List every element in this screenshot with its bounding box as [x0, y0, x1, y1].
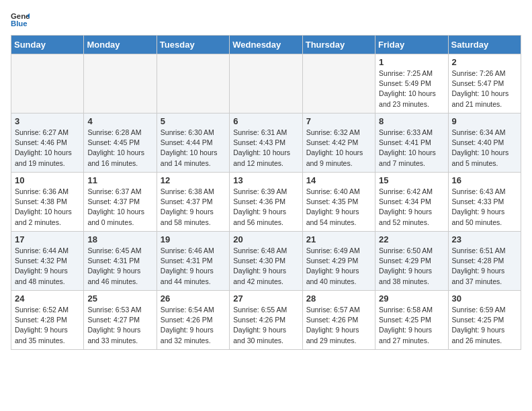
day-number: 22: [379, 234, 444, 244]
day-header-thursday: Thursday: [302, 36, 375, 54]
calendar-cell: 18Sunrise: 6:45 AM Sunset: 4:31 PM Dayli…: [84, 232, 157, 291]
calendar-cell: 1Sunrise: 7:25 AM Sunset: 5:49 PM Daylig…: [375, 54, 448, 113]
day-header-wednesday: Wednesday: [230, 36, 302, 54]
calendar-header-row: SundayMondayTuesdayWednesdayThursdayFrid…: [11, 36, 521, 54]
day-info: Sunrise: 6:55 AM Sunset: 4:26 PM Dayligh…: [233, 305, 298, 346]
day-number: 18: [87, 234, 152, 244]
calendar-cell: 20Sunrise: 6:48 AM Sunset: 4:30 PM Dayli…: [230, 232, 302, 291]
day-info: Sunrise: 6:36 AM Sunset: 4:38 PM Dayligh…: [15, 187, 80, 228]
day-info: Sunrise: 6:44 AM Sunset: 4:32 PM Dayligh…: [15, 246, 80, 287]
logo: General Blue: [11, 11, 30, 30]
calendar-cell: [157, 54, 229, 113]
calendar-cell: 4Sunrise: 6:28 AM Sunset: 4:45 PM Daylig…: [84, 113, 157, 173]
calendar-cell: 7Sunrise: 6:32 AM Sunset: 4:42 PM Daylig…: [302, 113, 375, 173]
day-header-friday: Friday: [375, 36, 448, 54]
calendar-cell: 9Sunrise: 6:34 AM Sunset: 4:40 PM Daylig…: [448, 113, 521, 173]
day-info: Sunrise: 6:58 AM Sunset: 4:25 PM Dayligh…: [379, 305, 444, 346]
day-info: Sunrise: 6:39 AM Sunset: 4:36 PM Dayligh…: [233, 187, 298, 228]
calendar-cell: 16Sunrise: 6:43 AM Sunset: 4:33 PM Dayli…: [448, 173, 521, 232]
calendar-cell: 5Sunrise: 6:30 AM Sunset: 4:44 PM Daylig…: [157, 113, 229, 173]
day-number: 29: [379, 293, 444, 304]
day-info: Sunrise: 6:50 AM Sunset: 4:29 PM Dayligh…: [379, 246, 444, 287]
day-info: Sunrise: 6:32 AM Sunset: 4:42 PM Dayligh…: [306, 128, 371, 169]
day-info: Sunrise: 6:40 AM Sunset: 4:35 PM Dayligh…: [306, 187, 371, 228]
day-number: 24: [15, 293, 80, 304]
day-number: 12: [161, 175, 226, 185]
day-number: 8: [379, 116, 444, 126]
calendar-cell: 21Sunrise: 6:49 AM Sunset: 4:29 PM Dayli…: [302, 232, 375, 291]
day-info: Sunrise: 6:38 AM Sunset: 4:37 PM Dayligh…: [161, 187, 226, 228]
day-number: 3: [15, 116, 80, 126]
calendar-cell: 10Sunrise: 6:36 AM Sunset: 4:38 PM Dayli…: [11, 173, 84, 232]
day-info: Sunrise: 7:25 AM Sunset: 5:49 PM Dayligh…: [379, 68, 444, 109]
calendar-cell: 29Sunrise: 6:58 AM Sunset: 4:25 PM Dayli…: [375, 291, 448, 350]
calendar-week-4: 17Sunrise: 6:44 AM Sunset: 4:32 PM Dayli…: [11, 232, 521, 291]
day-number: 11: [87, 175, 152, 185]
calendar-cell: 15Sunrise: 6:42 AM Sunset: 4:34 PM Dayli…: [375, 173, 448, 232]
day-number: 9: [452, 116, 517, 126]
calendar-cell: 3Sunrise: 6:27 AM Sunset: 4:46 PM Daylig…: [11, 113, 84, 173]
day-info: Sunrise: 7:26 AM Sunset: 5:47 PM Dayligh…: [452, 68, 517, 109]
calendar-cell: [230, 54, 302, 113]
day-number: 13: [233, 175, 298, 185]
day-number: 19: [161, 234, 226, 244]
calendar-cell: 26Sunrise: 6:54 AM Sunset: 4:26 PM Dayli…: [157, 291, 229, 350]
day-info: Sunrise: 6:49 AM Sunset: 4:29 PM Dayligh…: [306, 246, 371, 287]
day-number: 7: [306, 116, 371, 126]
calendar-cell: 23Sunrise: 6:51 AM Sunset: 4:28 PM Dayli…: [448, 232, 521, 291]
calendar-cell: 19Sunrise: 6:46 AM Sunset: 4:31 PM Dayli…: [157, 232, 229, 291]
calendar-week-5: 24Sunrise: 6:52 AM Sunset: 4:28 PM Dayli…: [11, 291, 521, 350]
calendar-week-3: 10Sunrise: 6:36 AM Sunset: 4:38 PM Dayli…: [11, 173, 521, 232]
day-number: 21: [306, 234, 371, 244]
day-header-monday: Monday: [84, 36, 157, 54]
day-info: Sunrise: 6:52 AM Sunset: 4:28 PM Dayligh…: [15, 305, 80, 346]
day-info: Sunrise: 6:43 AM Sunset: 4:33 PM Dayligh…: [452, 187, 517, 228]
day-info: Sunrise: 6:48 AM Sunset: 4:30 PM Dayligh…: [233, 246, 298, 287]
calendar-week-2: 3Sunrise: 6:27 AM Sunset: 4:46 PM Daylig…: [11, 113, 521, 173]
day-info: Sunrise: 6:54 AM Sunset: 4:26 PM Dayligh…: [161, 305, 226, 346]
calendar-cell: 25Sunrise: 6:53 AM Sunset: 4:27 PM Dayli…: [84, 291, 157, 350]
day-info: Sunrise: 6:28 AM Sunset: 4:45 PM Dayligh…: [87, 128, 152, 169]
day-header-sunday: Sunday: [11, 36, 84, 54]
day-info: Sunrise: 6:30 AM Sunset: 4:44 PM Dayligh…: [161, 128, 226, 169]
day-number: 23: [452, 234, 517, 244]
day-info: Sunrise: 6:57 AM Sunset: 4:26 PM Dayligh…: [306, 305, 371, 346]
day-info: Sunrise: 6:33 AM Sunset: 4:41 PM Dayligh…: [379, 128, 444, 169]
day-number: 20: [233, 234, 298, 244]
day-info: Sunrise: 6:34 AM Sunset: 4:40 PM Dayligh…: [452, 128, 517, 169]
day-info: Sunrise: 6:46 AM Sunset: 4:31 PM Dayligh…: [161, 246, 226, 287]
day-number: 15: [379, 175, 444, 185]
day-number: 27: [233, 293, 298, 304]
day-number: 30: [452, 293, 517, 304]
day-number: 1: [379, 57, 444, 67]
day-number: 25: [87, 293, 152, 304]
day-info: Sunrise: 6:51 AM Sunset: 4:28 PM Dayligh…: [452, 246, 517, 287]
calendar-cell: 24Sunrise: 6:52 AM Sunset: 4:28 PM Dayli…: [11, 291, 84, 350]
day-number: 26: [161, 293, 226, 304]
day-header-tuesday: Tuesday: [157, 36, 229, 54]
day-info: Sunrise: 6:59 AM Sunset: 4:25 PM Dayligh…: [452, 305, 517, 346]
day-info: Sunrise: 6:27 AM Sunset: 4:46 PM Dayligh…: [15, 128, 80, 169]
calendar-cell: 30Sunrise: 6:59 AM Sunset: 4:25 PM Dayli…: [448, 291, 521, 350]
calendar-week-1: 1Sunrise: 7:25 AM Sunset: 5:49 PM Daylig…: [11, 54, 521, 113]
calendar-cell: 22Sunrise: 6:50 AM Sunset: 4:29 PM Dayli…: [375, 232, 448, 291]
calendar-cell: [302, 54, 375, 113]
day-number: 16: [452, 175, 517, 185]
day-header-saturday: Saturday: [448, 36, 521, 54]
calendar-cell: 17Sunrise: 6:44 AM Sunset: 4:32 PM Dayli…: [11, 232, 84, 291]
day-info: Sunrise: 6:42 AM Sunset: 4:34 PM Dayligh…: [379, 187, 444, 228]
day-number: 28: [306, 293, 371, 304]
calendar-cell: 12Sunrise: 6:38 AM Sunset: 4:37 PM Dayli…: [157, 173, 229, 232]
calendar-cell: 11Sunrise: 6:37 AM Sunset: 4:37 PM Dayli…: [84, 173, 157, 232]
calendar-cell: 27Sunrise: 6:55 AM Sunset: 4:26 PM Dayli…: [230, 291, 302, 350]
calendar-cell: 8Sunrise: 6:33 AM Sunset: 4:41 PM Daylig…: [375, 113, 448, 173]
header: General Blue: [11, 11, 521, 30]
day-info: Sunrise: 6:31 AM Sunset: 4:43 PM Dayligh…: [233, 128, 298, 169]
svg-text:Blue: Blue: [11, 19, 28, 28]
calendar-cell: 28Sunrise: 6:57 AM Sunset: 4:26 PM Dayli…: [302, 291, 375, 350]
logo-icon: General Blue: [11, 11, 30, 30]
day-number: 4: [87, 116, 152, 126]
day-info: Sunrise: 6:37 AM Sunset: 4:37 PM Dayligh…: [87, 187, 152, 228]
calendar-cell: 14Sunrise: 6:40 AM Sunset: 4:35 PM Dayli…: [302, 173, 375, 232]
calendar-cell: 6Sunrise: 6:31 AM Sunset: 4:43 PM Daylig…: [230, 113, 302, 173]
